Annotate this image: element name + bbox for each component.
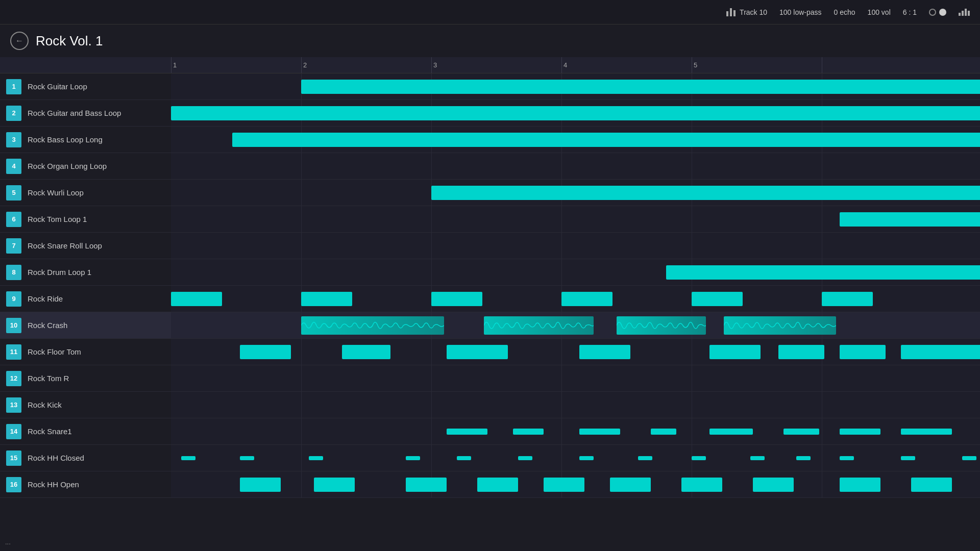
track-name-16: Rock HH Open	[28, 480, 79, 489]
clip-3-1	[232, 133, 980, 147]
track-number-13: 13	[6, 397, 21, 413]
lane-5	[171, 180, 980, 206]
clip-15-11	[796, 456, 811, 460]
clip-2-1	[171, 106, 980, 120]
track-number-11: 11	[6, 344, 21, 360]
lane-8	[171, 259, 980, 286]
back-button[interactable]: ←	[10, 32, 29, 50]
ruler-marker-3: 3	[433, 61, 437, 69]
clip-9-2	[301, 292, 352, 306]
volume-icon	[959, 9, 970, 16]
track-number-14: 14	[6, 424, 21, 439]
clip-15-2	[240, 456, 254, 460]
track-item-4[interactable]: 4Rock Organ Long Loop	[0, 153, 171, 180]
clip-9-4	[561, 292, 612, 306]
track-number-16: 16	[6, 477, 21, 492]
lane-6	[171, 206, 980, 233]
track-item-6[interactable]: 6Rock Tom Loop 1	[0, 206, 171, 233]
track-item-8[interactable]: 8Rock Drum Loop 1	[0, 259, 171, 286]
clip-16-2	[314, 478, 355, 492]
lane-13	[171, 392, 980, 418]
ratio-label[interactable]: 6 : 1	[903, 8, 917, 16]
clip-15-10	[750, 456, 765, 460]
ruler-line-5	[692, 57, 692, 73]
ruler-line-4	[561, 57, 562, 73]
track-name-3: Rock Bass Loop Long	[28, 135, 103, 144]
track-item-15[interactable]: 15Rock HH Closed	[0, 445, 171, 471]
track-item-11[interactable]: 11Rock Floor Tom	[0, 339, 171, 365]
track-item-9[interactable]: 9Rock Ride	[0, 286, 171, 312]
lane-16	[171, 471, 980, 498]
clip-9-3	[431, 292, 482, 306]
lane-1	[171, 73, 980, 100]
track-item-1[interactable]: 1Rock Guitar Loop	[0, 73, 171, 100]
track-item-12[interactable]: 12Rock Tom R	[0, 365, 171, 392]
track-name-6: Rock Tom Loop 1	[28, 215, 87, 223]
clip-11-2	[342, 345, 390, 359]
ruler-line-3	[431, 57, 432, 73]
dot-2	[939, 9, 946, 16]
header-controls: Track 10 100 low-pass 0 echo 100 vol 6 :…	[726, 8, 970, 16]
track-name-15: Rock HH Closed	[28, 454, 84, 462]
main-area: 1Rock Guitar Loop2Rock Guitar and Bass L…	[0, 57, 980, 551]
track-name-14: Rock Snare1	[28, 427, 72, 436]
lane-7	[171, 233, 980, 259]
clip-10-3	[617, 316, 706, 335]
lane-15	[171, 445, 980, 471]
track-name-8: Rock Drum Loop 1	[28, 268, 91, 277]
clip-14-2	[513, 429, 544, 435]
lane-11	[171, 339, 980, 365]
lane-12	[171, 365, 980, 392]
clip-15-13	[901, 456, 915, 460]
clip-9-5	[692, 292, 743, 306]
track-meter-icon	[726, 8, 736, 16]
lane-14	[171, 418, 980, 445]
clip-14-8	[901, 429, 952, 435]
track-item-14[interactable]: 14Rock Snare1	[0, 418, 171, 445]
clip-15-7	[579, 456, 594, 460]
track-name-7: Rock Snare Roll Loop	[28, 241, 102, 250]
track-name-5: Rock Wurli Loop	[28, 188, 84, 197]
clip-15-9	[692, 456, 706, 460]
clip-15-12	[840, 456, 854, 460]
title-area: ← Rock Vol. 1	[0, 24, 980, 57]
track-item-7[interactable]: 7Rock Snare Roll Loop	[0, 233, 171, 259]
clip-6-1	[840, 212, 980, 227]
clip-15-1	[181, 456, 195, 460]
track-number-15: 15	[6, 450, 21, 466]
clip-15-8	[638, 456, 652, 460]
clip-11-7	[840, 345, 886, 359]
echo-label[interactable]: 0 echo	[834, 8, 855, 16]
clip-11-3	[447, 345, 508, 359]
ruler: 1 2 3 4 5	[171, 57, 980, 73]
status-dots	[929, 9, 946, 16]
clip-9-6	[822, 292, 873, 306]
clip-16-5	[544, 478, 584, 492]
clip-1-1	[301, 80, 980, 94]
vol-label[interactable]: 100 vol	[868, 8, 891, 16]
clip-16-3	[406, 478, 447, 492]
track-number-10: 10	[6, 318, 21, 333]
track-number-8: 8	[6, 265, 21, 280]
track-item-5[interactable]: 5Rock Wurli Loop	[0, 180, 171, 206]
track-item-13[interactable]: 13Rock Kick	[0, 392, 171, 418]
timeline-area[interactable]: 1 2 3 4 5	[171, 57, 980, 551]
filter-label[interactable]: 100 low-pass	[779, 8, 822, 16]
clip-11-1	[240, 345, 291, 359]
clip-16-10	[911, 478, 952, 492]
track-number-2: 2	[6, 106, 21, 121]
page-title: Rock Vol. 1	[36, 33, 103, 49]
track-label[interactable]: Track 10	[740, 8, 767, 16]
track-item-10[interactable]: 10Rock Crash	[0, 312, 171, 339]
clip-11-8	[901, 345, 980, 359]
clip-16-7	[681, 478, 722, 492]
clip-11-6	[778, 345, 824, 359]
clip-15-14	[962, 456, 976, 460]
more-button[interactable]: ...	[5, 538, 11, 546]
clip-10-2	[484, 316, 594, 335]
track-item-3[interactable]: 3Rock Bass Loop Long	[0, 127, 171, 153]
dot-1	[929, 9, 936, 16]
track-item-2[interactable]: 2Rock Guitar and Bass Loop	[0, 100, 171, 127]
track-name-12: Rock Tom R	[28, 374, 69, 383]
track-item-16[interactable]: 16Rock HH Open	[0, 471, 171, 498]
